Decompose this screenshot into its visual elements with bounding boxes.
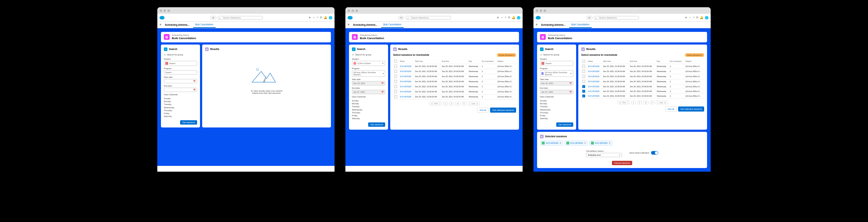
col-header[interactable]: No of sessions [481, 59, 496, 64]
selected-chip[interactable]: SCH-2876293✕ [589, 141, 612, 146]
selected-chip[interactable]: SCH-2876293✕ [565, 141, 588, 146]
pager[interactable]: ◂ First 1 2 of 5 Last ▸ [393, 102, 516, 105]
search-scope-pill[interactable]: All [586, 16, 592, 20]
row-checkbox[interactable] [582, 80, 585, 83]
day-option[interactable]: Saturday [540, 117, 573, 120]
day-option[interactable]: Friday [352, 114, 385, 117]
col-header[interactable]: No of sessions [669, 59, 684, 64]
row-checkbox[interactable]: ✓ [582, 85, 585, 88]
session-link[interactable]: SCH-2876293 [588, 80, 600, 83]
get-sessions-button[interactable]: Get sessions [368, 122, 385, 127]
global-search-input[interactable]: Search Salesforce [594, 16, 639, 20]
calendar-icon[interactable]: 📅 [193, 80, 196, 82]
day-option[interactable]: Thursday [164, 109, 197, 112]
day-option[interactable]: Monday [540, 102, 573, 105]
pager[interactable]: ◂ First 1 2 of 5 Last ▸ [581, 101, 704, 104]
row-checkbox[interactable] [394, 80, 397, 83]
col-header[interactable]: Name [587, 59, 602, 64]
days-list[interactable]: SundayMondayTuesdayWednesdayThursdayFrid… [352, 99, 385, 120]
pager-page[interactable]: 1 [631, 101, 636, 104]
program-input[interactable]: Search [164, 70, 197, 75]
add-all-button[interactable]: Add all [477, 108, 489, 113]
tab-bulk-cancellation[interactable]: Bulk Cancellation [381, 22, 404, 28]
global-search-input[interactable]: Search Salesforce [406, 16, 451, 20]
day-option[interactable]: Friday [164, 112, 197, 115]
program-select[interactable]: QA Auto 26Nov Sunshine Spanish...▾ [352, 70, 385, 77]
checkbox-all[interactable] [394, 60, 397, 63]
enddate-input[interactable]: Jan 27, 2022📅 [540, 90, 573, 94]
col-header[interactable]: Start time [602, 59, 629, 64]
calendar-icon[interactable]: 📅 [569, 82, 572, 84]
email-notif-toggle[interactable] [651, 151, 658, 155]
startdate-input[interactable]: 📅 [164, 79, 197, 83]
user-avatar[interactable] [705, 16, 709, 20]
table-row[interactable]: SCH-2876193Dec 29, 2021, 01:30:00 AMDec … [581, 74, 704, 79]
setup-gear-icon[interactable]: ⚙ [508, 16, 510, 19]
row-checkbox[interactable]: ✓ [582, 95, 585, 97]
remove-chip-icon[interactable]: ✕ [609, 142, 610, 144]
days-list[interactable]: SundayMondayTuesdayWednesdayThursdayFrid… [540, 99, 573, 120]
calendar-icon[interactable]: 📅 [381, 91, 384, 93]
day-option[interactable]: Thursday [352, 111, 385, 114]
selected-chip[interactable]: SCH-2876293✕ [540, 141, 563, 146]
row-checkbox[interactable] [394, 95, 397, 98]
day-option[interactable]: Sunday [164, 97, 197, 100]
session-link[interactable]: SCH-2876293 [588, 90, 600, 92]
row-checkbox[interactable] [582, 65, 585, 68]
day-option[interactable]: Sunday [540, 99, 573, 102]
calendar-icon[interactable]: 📅 [193, 89, 196, 91]
favorites-icon[interactable]: ★ [309, 16, 311, 19]
notifications-bell-icon[interactable]: 🔔 [324, 16, 327, 19]
session-link[interactable]: SCH-2876293 [400, 75, 412, 78]
tab-bulk-cancellation[interactable]: Bulk Cancellation [193, 22, 216, 28]
day-option[interactable]: Thursday [540, 111, 573, 114]
session-link[interactable]: SCH-2876293 [400, 91, 412, 93]
startdate-input[interactable]: Dec 23, 2021📅 [352, 81, 385, 85]
day-option[interactable]: Tuesday [352, 105, 385, 108]
add-icon[interactable]: ＋ [312, 16, 315, 20]
day-option[interactable]: Friday [540, 114, 573, 117]
table-row[interactable]: ✓SCH-2876293Dec 29, 2021, 02:30:00 AMDec… [581, 93, 704, 98]
clear-icon[interactable]: ✕ [382, 62, 384, 64]
day-option[interactable]: Monday [352, 102, 385, 105]
help-icon[interactable]: ? [693, 16, 694, 19]
session-link[interactable]: SCH-2876293 [400, 65, 412, 67]
search-for-group-link[interactable]: ＋Search for group [352, 53, 385, 56]
help-icon[interactable]: ? [317, 16, 318, 19]
days-list[interactable]: SundayMondayTuesdayWednesdayThursdayFrid… [164, 97, 197, 118]
pager-last[interactable]: Last ▸ [468, 102, 480, 105]
day-option[interactable]: Wednesday [164, 106, 197, 109]
row-checkbox[interactable] [394, 75, 397, 78]
pager-first[interactable]: ◂ First [617, 101, 630, 104]
notifications-bell-icon[interactable]: 🔔 [512, 16, 515, 19]
app-launcher-icon[interactable]: ⠿ [348, 24, 349, 26]
session-link[interactable]: SCH-2876293 [400, 85, 412, 88]
pager-page[interactable]: 2 [449, 102, 454, 105]
get-sessions-button[interactable]: Get sessions [556, 122, 573, 127]
setup-gear-icon[interactable]: ⚙ [696, 16, 698, 19]
favorites-icon[interactable]: ★ [685, 16, 687, 19]
session-link[interactable]: SCH-2876293 [400, 96, 412, 98]
table-row[interactable]: SCH-2876293Dec 29, 2021, 02:30:00 AMDec … [393, 64, 516, 69]
reason-select[interactable]: Schedule error [586, 153, 622, 157]
student-input[interactable]: 11Test I14User✕ [352, 61, 385, 66]
table-row[interactable]: SCH-2876293Dec 29, 2021, 02:30:00 AMDec … [393, 74, 516, 79]
row-checkbox[interactable] [582, 75, 585, 78]
setup-gear-icon[interactable]: ⚙ [320, 16, 322, 19]
add-selected-button[interactable]: Add selected sessions [678, 106, 704, 112]
add-icon[interactable]: ＋ [501, 16, 503, 20]
get-sessions-button[interactable]: Get sessions [180, 120, 197, 125]
user-avatar[interactable] [517, 16, 520, 20]
col-header[interactable]: Subject [496, 59, 516, 64]
session-link[interactable]: SCH-2876293 [588, 85, 600, 88]
student-input[interactable]: Search [164, 61, 197, 66]
tab-bulk-cancellation[interactable]: Bulk Cancellation [569, 22, 592, 28]
app-launcher-icon[interactable]: ⠿ [159, 24, 161, 26]
row-checkbox[interactable] [394, 85, 397, 88]
pager-page[interactable]: 2 [637, 101, 642, 104]
row-checkbox[interactable] [394, 65, 397, 68]
favorites-icon[interactable]: ★ [497, 16, 499, 19]
col-header[interactable]: Day [656, 59, 669, 64]
session-link[interactable]: SCH-2876293 [588, 95, 600, 97]
day-option[interactable]: Tuesday [164, 103, 197, 106]
